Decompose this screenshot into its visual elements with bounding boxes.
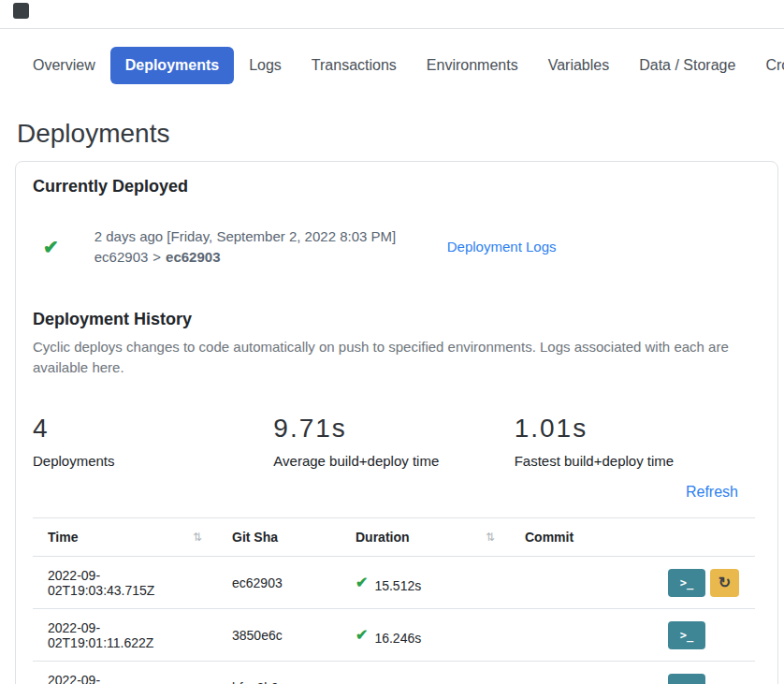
deploy-info: 2 days ago [Friday, September 2, 2022 8:… [94, 226, 413, 267]
terminal-icon: >_ [680, 629, 693, 642]
column-header-duration[interactable]: Duration ⇅ [341, 518, 510, 557]
stat-fastest-time: 1.01s Fastest build+deploy time [515, 414, 755, 469]
column-header-git-sha: Git Sha [217, 518, 341, 557]
deploy-time-text: 2 days ago [Friday, September 2, 2022 8:… [94, 226, 413, 246]
success-check-icon: ✔ [356, 627, 368, 643]
stat-deployments: 4 Deployments [33, 414, 273, 469]
cell-commit [510, 557, 661, 609]
table-header-row: Time ⇅ Git Sha Duration ⇅ Commit [33, 518, 755, 557]
tab-data-storage[interactable]: Data / Storage [624, 47, 750, 84]
cell-actions: >_ ↻ [661, 557, 755, 609]
page-title: Deployments [17, 119, 784, 149]
deploy-shas: ec62903>ec62903 [94, 247, 413, 267]
refresh-wrap: Refresh [33, 484, 738, 501]
cell-time: 2022-09-02T19:03:43.715Z [33, 557, 217, 609]
stat-deployments-value: 4 [33, 414, 273, 444]
duration-value: 15.512s [374, 578, 421, 593]
stat-fastest-time-value: 1.01s [515, 414, 755, 444]
tab-overview[interactable]: Overview [18, 47, 110, 84]
stat-deployments-label: Deployments [33, 453, 273, 469]
terminal-icon: >_ [680, 681, 693, 684]
column-header-duration-label: Duration [356, 530, 410, 545]
terminal-button[interactable]: >_ [668, 569, 705, 597]
cell-actions: >_ [661, 609, 755, 662]
app-logo[interactable] [13, 3, 29, 19]
column-header-time[interactable]: Time ⇅ [33, 518, 217, 557]
deployments-card: Currently Deployed ✔ 2 days ago [Friday,… [15, 161, 778, 684]
refresh-link[interactable]: Refresh [686, 484, 738, 500]
sort-icon[interactable]: ⇅ [486, 531, 495, 544]
cell-git-sha: 3850e6c [217, 609, 341, 662]
tab-transactions[interactable]: Transactions [297, 47, 412, 84]
cell-actions: >_ [661, 662, 755, 684]
tab-logs[interactable]: Logs [234, 47, 297, 84]
sha-from: ec62903 [94, 249, 149, 265]
column-header-commit: Commit [510, 518, 661, 557]
deployment-logs-link[interactable]: Deployment Logs [447, 239, 557, 255]
stat-average-time: 9.71s Average build+deploy time [273, 414, 514, 469]
redeploy-icon: ↻ [719, 574, 731, 591]
deployment-history-heading: Deployment History [33, 310, 755, 329]
success-check-icon: ✔ [43, 238, 59, 256]
table-row: 2022-09-02T18:59:34.541Z bfec8b9 >_ [33, 662, 755, 684]
terminal-button[interactable]: >_ [668, 674, 705, 684]
app-viewport: Overview Deployments Logs Transactions E… [0, 0, 784, 684]
cell-time: 2022-09-02T19:01:11.622Z [33, 609, 217, 662]
tab-cron[interactable]: Cron [750, 47, 784, 84]
cell-git-sha: bfec8b9 [217, 662, 341, 684]
success-check-icon: ✔ [356, 575, 368, 590]
currently-deployed-heading: Currently Deployed [33, 177, 755, 196]
stat-fastest-time-label: Fastest build+deploy time [515, 453, 755, 469]
tab-bar: Overview Deployments Logs Transactions E… [0, 47, 784, 84]
terminal-icon: >_ [680, 576, 693, 589]
sha-separator: > [152, 249, 161, 265]
stat-average-time-label: Average build+deploy time [273, 453, 514, 469]
stats-row: 4 Deployments 9.71s Average build+deploy… [33, 414, 755, 469]
cell-duration: ✔16.246s [341, 609, 510, 662]
cell-duration: ✔15.512s [341, 557, 510, 609]
stat-average-time-value: 9.71s [273, 414, 514, 444]
terminal-button[interactable]: >_ [668, 621, 705, 649]
deployments-table: Time ⇅ Git Sha Duration ⇅ Commit [33, 517, 755, 684]
deployment-history-description: Cyclic deploys changes to code automatic… [33, 337, 755, 378]
column-header-time-label: Time [48, 530, 78, 545]
table-row: 2022-09-02T19:01:11.622Z 3850e6c ✔16.246… [33, 609, 755, 662]
redeploy-button[interactable]: ↻ [710, 569, 739, 597]
tab-environments[interactable]: Environments [412, 47, 533, 84]
cell-commit [510, 662, 661, 684]
cell-git-sha: ec62903 [217, 557, 341, 609]
sha-to: ec62903 [166, 249, 220, 265]
cell-commit [510, 609, 661, 662]
duration-value: 16.246s [374, 631, 421, 646]
table-row: 2022-09-02T19:03:43.715Z ec62903 ✔15.512… [33, 557, 755, 609]
cell-duration [341, 662, 510, 684]
tab-deployments[interactable]: Deployments [110, 47, 234, 84]
top-bar [0, 0, 784, 29]
currently-deployed-row: ✔ 2 days ago [Friday, September 2, 2022 … [33, 226, 755, 267]
column-header-actions [661, 518, 755, 557]
tab-variables[interactable]: Variables [533, 47, 625, 84]
sort-icon[interactable]: ⇅ [193, 531, 202, 544]
cell-time: 2022-09-02T18:59:34.541Z [33, 662, 217, 684]
